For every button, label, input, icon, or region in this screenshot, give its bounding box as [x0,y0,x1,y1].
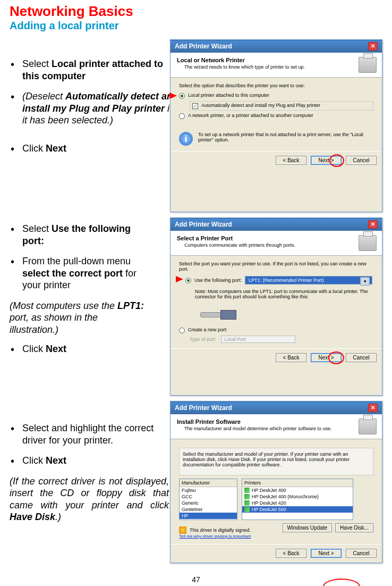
page-number: 47 [192,575,200,584]
manufacturer-header: Manufacturer [180,479,237,487]
cancel-button[interactable]: Cancel [346,353,377,362]
radio-use-port-label: Use the following port: [194,278,242,283]
port-type-label: Type of port: [190,337,216,342]
wizard2-titlebar: Add Printer Wizard ✕ [171,218,382,231]
radio-local-printer-label: Local printer attached to this computer [188,93,269,98]
signed-icon [244,494,250,499]
cancel-button[interactable]: Cancel [346,549,377,558]
list-item[interactable]: HP DeskJet 400 [242,487,353,493]
back-button[interactable]: < Back [276,353,306,362]
printer-icon [359,57,377,73]
next-button[interactable]: Next > [311,549,342,558]
note-have-disk: (If the correct driver is not displayed,… [10,475,169,523]
signed-icon [244,488,250,493]
printer-icon [359,235,377,251]
wizard1-prompt: Select the option that describes the pri… [179,83,373,88]
cancel-button[interactable]: Cancel [346,156,377,165]
wizard3-prompt: Select the manufacturer and model of you… [183,451,370,467]
page-title: Networking Basics [0,0,392,20]
info-icon: i [179,132,193,146]
radio-network-printer-label: A network printer, or a printer attached… [188,113,313,118]
wizard3-subheading: The manufacturer and model determine whi… [184,426,376,431]
list-item[interactable]: HP DeskJet 400 (Monochrome) [242,493,353,500]
wizard3-title: Add Printer Wizard [175,404,232,412]
wizard-select-port: Add Printer Wizard ✕ Select a Printer Po… [170,217,382,396]
list-item[interactable]: GCC [180,493,237,500]
wizard2-title: Add Printer Wizard [175,221,232,228]
connector-illustration [200,303,237,324]
step-select-driver: Select and highlight the correct driver … [10,422,169,446]
red-highlight-circle [328,351,344,364]
checkbox-autodetect-label: Automatically detect and install my Plug… [201,103,320,108]
signed-icon [244,500,250,506]
wizard1-title: Add Printer Wizard [175,43,232,50]
list-item[interactable]: Fujitsu [180,487,237,493]
step-select-local-printer: Select Local printer attached to this co… [10,58,180,82]
have-disk-button[interactable]: Have Disk... [335,523,373,532]
printer-icon [359,418,377,434]
wizard1-info-text: To set up a network printer that is not … [198,132,373,143]
step-select-port: Select Use the following port: [10,223,148,247]
wizard2-note: Note: Most computers use the LPT1: port … [195,289,373,299]
wizard3-titlebar: Add Printer Wizard ✕ [171,401,382,414]
red-arrow-icon [176,276,183,282]
step-deselect-autodetect: (Deselect Automatically detect and insta… [10,90,180,127]
red-arrow-icon [169,93,177,99]
wizard3-prompt-box: Select the manufacturer and model of you… [179,448,373,475]
wizard-install-software: Add Printer Wizard ✕ Install Printer Sof… [170,401,382,563]
list-item[interactable]: HP DeskJet 420 [242,500,353,506]
close-button[interactable]: ✕ [368,404,378,412]
driver-signing-link[interactable]: Tell me why driver signing is important [179,534,251,539]
printers-listbox[interactable]: Printers HP DeskJet 400 HP DeskJet 400 (… [242,479,353,520]
list-item[interactable]: Gestetner [180,506,237,513]
radio-local-printer[interactable] [179,93,185,99]
port-dropdown[interactable]: LPT1: (Recommended Printer Port) [245,276,372,284]
close-button[interactable]: ✕ [368,220,378,229]
wizard1-titlebar: Add Printer Wizard ✕ [171,40,382,53]
step-pulldown-port: From the pull-down menu select the corre… [10,255,148,291]
red-highlight-oval [323,579,360,586]
next-button[interactable]: Next > [311,156,342,165]
wizard1-body: Select the option that describes the pri… [171,78,382,151]
next-button[interactable]: Next > [311,353,342,362]
shield-icon [179,526,186,534]
step-click-next-1: Click Next [10,143,180,155]
wizard3-buttons: < Back Next > Cancel [171,544,382,562]
note-lpt1: (Most computers use the LPT1: port, as s… [10,300,148,336]
wizard3-header: Install Printer Software The manufacture… [171,414,382,439]
wizard2-prompt: Select the port you want your printer to… [179,261,373,272]
list-item[interactable]: Generic [180,500,237,506]
back-button[interactable]: < Back [276,549,306,558]
wizard2-buttons: < Back Next > Cancel [171,348,382,366]
instructions-block-1: Select Local printer attached to this co… [10,58,180,163]
wizard1-buttons: < Back Next > Cancel [171,151,382,169]
driver-signed-text: This driver is digitally signed. [190,528,251,533]
windows-update-button[interactable]: Windows Update [283,523,333,532]
instructions-block-3: Select and highlight the correct driver … [10,422,169,531]
list-item[interactable]: HP DeskJet 500 [242,506,353,513]
manufacturer-listbox[interactable]: Manufacturer Fujitsu GCC Generic Gestetn… [179,479,237,520]
checkbox-autodetect[interactable] [192,103,198,109]
wizard1-subheading: The wizard needs to know which type of p… [184,64,376,70]
signed-icon [244,507,250,512]
wizard1-heading: Local or Network Printer [177,57,376,63]
wizard2-body: Select the port you want your printer to… [171,256,382,348]
list-item[interactable]: HP [180,513,237,519]
driver-signed-row: This driver is digitally signed. [179,526,251,534]
wizard2-heading: Select a Printer Port [177,235,376,241]
radio-network-printer[interactable] [179,113,185,119]
wizard3-heading: Install Printer Software [177,418,376,425]
step-click-next-3: Click Next [10,455,169,467]
wizard2-subheading: Computers communicate with printers thro… [184,242,376,248]
red-highlight-circle [329,154,344,167]
wizard2-header: Select a Printer Port Computers communic… [171,231,382,256]
radio-create-port-label: Create a new port: [188,327,227,332]
close-button[interactable]: ✕ [368,42,378,51]
back-button[interactable]: < Back [276,156,306,165]
wizard1-header: Local or Network Printer The wizard need… [171,53,382,78]
wizard-local-or-network: Add Printer Wizard ✕ Local or Network Pr… [170,39,382,212]
page-subtitle: Adding a local printer [0,20,392,39]
step-click-next-2: Click Next [10,343,148,355]
radio-use-port[interactable] [185,278,191,283]
radio-create-port[interactable] [179,328,185,333]
